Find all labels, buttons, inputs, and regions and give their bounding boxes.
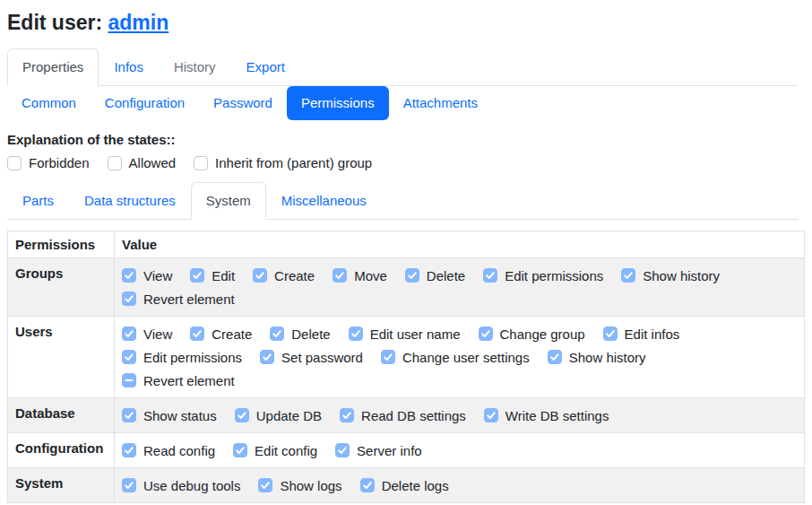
tab-item: History (159, 48, 231, 85)
check-icon (605, 328, 616, 339)
checkbox-show-history[interactable] (621, 268, 635, 283)
check-icon (124, 352, 134, 362)
checkbox-use-debug-tools[interactable] (122, 478, 136, 492)
pill-item: Common (7, 86, 91, 120)
column-header-value: Value (115, 231, 805, 258)
check-icon (383, 352, 393, 362)
checkbox-label: Server info (357, 443, 422, 458)
check-icon (260, 480, 271, 491)
subtab-miscellaneous[interactable]: Miscellaneous (266, 182, 382, 220)
tab-infos[interactable]: Infos (99, 48, 159, 86)
checkbox-edit-user-name[interactable] (349, 327, 363, 341)
checkbox-label: Allowed (129, 155, 177, 170)
check-icon (341, 410, 352, 421)
checkbox-label: Update DB (256, 408, 322, 423)
checkbox-revert-element[interactable] (122, 292, 136, 306)
checkbox-change-user-settings[interactable] (381, 350, 395, 364)
checkbox-edit-config[interactable] (233, 443, 247, 457)
check-item-move: Move (333, 268, 387, 283)
dash-icon (124, 375, 134, 386)
permission-line: Edit permissionsSet passwordChange user … (122, 345, 797, 369)
checkbox-view[interactable] (122, 268, 136, 283)
checkbox-create[interactable] (190, 327, 204, 341)
checkbox-move[interactable] (333, 268, 347, 283)
check-icon (124, 328, 134, 339)
checkbox-delete-logs[interactable] (360, 478, 375, 492)
subtab-parts[interactable]: Parts (7, 182, 69, 220)
tab-export[interactable]: Export (231, 48, 300, 86)
pill-password[interactable]: Password (199, 86, 287, 120)
checkbox-create[interactable] (253, 268, 267, 283)
pill-configuration[interactable]: Configuration (91, 86, 199, 120)
checkbox-show-status[interactable] (122, 408, 136, 422)
checkbox-edit-permissions[interactable] (122, 350, 136, 364)
tab-properties[interactable]: Properties (7, 48, 99, 86)
checkbox-update-db[interactable] (235, 408, 249, 422)
subtab-data-structures[interactable]: Data structures (69, 182, 191, 220)
checkbox-label: Use debug tools (143, 478, 240, 493)
permission-row-users: UsersViewCreateDeleteEdit user nameChang… (8, 317, 805, 398)
check-item-edit: Edit (190, 268, 235, 283)
page-title: Edit user: admin (7, 11, 798, 35)
checkbox-revert-element[interactable] (122, 373, 136, 387)
row-permissions-cell: Read configEdit configServer info (115, 433, 805, 468)
checkbox-inherit-from-parent-group[interactable] (194, 156, 208, 170)
checkbox-label: Write DB settings (505, 408, 609, 423)
checkbox-edit-infos[interactable] (603, 327, 618, 341)
permissions-table-body: GroupsViewEditCreateMoveDeleteEdit permi… (8, 258, 805, 503)
checkbox-show-logs[interactable] (258, 478, 272, 492)
checkbox-delete[interactable] (405, 268, 419, 283)
check-item-change-user-settings: Change user settings (381, 350, 530, 365)
edited-user-link[interactable]: admin (108, 11, 168, 34)
checkbox-edit-permissions[interactable] (483, 268, 497, 283)
checkbox-set-password[interactable] (260, 350, 274, 364)
check-icon (124, 410, 134, 421)
checkbox-view[interactable] (122, 327, 136, 341)
check-item-edit-infos: Edit infos (603, 327, 680, 342)
checkbox-label: Inherit from (parent) group (215, 155, 372, 170)
check-icon (272, 328, 282, 339)
checkbox-label: Revert element (143, 373, 235, 388)
permission-row-database: DatabaseShow statusUpdate DBRead DB sett… (8, 398, 805, 433)
check-icon (480, 328, 491, 339)
checkbox-label: Set password (281, 350, 363, 365)
pill-common[interactable]: Common (7, 86, 91, 120)
states-explanation-heading: Explanation of the states:: (7, 132, 798, 147)
checkbox-allowed[interactable] (108, 156, 122, 170)
checkbox-show-history[interactable] (548, 350, 562, 364)
permission-row-groups: GroupsViewEditCreateMoveDeleteEdit permi… (8, 258, 805, 317)
row-category-label: Database (8, 398, 115, 433)
check-item-write-db-settings: Write DB settings (484, 408, 609, 423)
tab-history[interactable]: History (159, 48, 231, 86)
check-icon (124, 270, 134, 281)
checkbox-write-db-settings[interactable] (484, 408, 498, 422)
pill-item: Attachments (389, 86, 492, 120)
checkbox-change-group[interactable] (479, 327, 493, 341)
pill-attachments[interactable]: Attachments (389, 86, 492, 120)
check-item-read-config: Read config (122, 443, 215, 458)
check-icon (485, 270, 496, 281)
subtab-item: Parts (7, 182, 69, 219)
check-item-show-status: Show status (122, 408, 217, 423)
checkbox-read-config[interactable] (122, 443, 136, 457)
check-item-edit-config: Edit config (233, 443, 317, 458)
checkbox-delete[interactable] (270, 327, 284, 341)
checkbox-server-info[interactable] (335, 443, 350, 457)
row-category-label: Groups (8, 258, 115, 317)
checkbox-label: Read config (143, 443, 215, 458)
check-item-view: View (122, 268, 172, 283)
pill-permissions[interactable]: Permissions (287, 86, 389, 120)
checkbox-label: Read DB settings (361, 408, 466, 423)
check-item-update-db: Update DB (235, 408, 322, 423)
checkbox-label: Delete (427, 268, 465, 283)
checkbox-forbidden[interactable] (7, 156, 22, 170)
checkbox-edit[interactable] (190, 268, 204, 283)
check-item-create: Create (253, 268, 315, 283)
row-category-label: Users (8, 317, 115, 398)
checkbox-label: Revert element (143, 292, 235, 307)
check-item-edit-permissions: Edit permissions (122, 350, 242, 365)
permission-lines: ViewEditCreateMoveDeleteEdit permissions… (122, 262, 797, 312)
row-permissions-cell: Show statusUpdate DBRead DB settingsWrit… (115, 398, 805, 433)
checkbox-read-db-settings[interactable] (340, 408, 354, 422)
subtab-system[interactable]: System (191, 182, 266, 220)
